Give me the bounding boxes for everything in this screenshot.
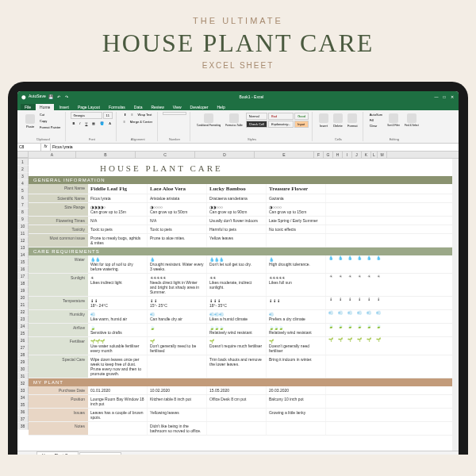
cell[interactable]: Growing a little lanky xyxy=(267,409,326,421)
icon-placeholder[interactable]: 🍃 xyxy=(355,324,364,336)
row-header-9[interactable]: 9 xyxy=(17,216,29,223)
cell[interactable]: 🌱🌱🌱Use water soluable fertiliser every m… xyxy=(88,337,148,355)
clear-button[interactable]: Clear xyxy=(368,123,384,129)
col-header-I[interactable]: I xyxy=(343,152,352,158)
icon-placeholder[interactable]: ☀ xyxy=(326,274,336,296)
cell[interactable]: 20.03.2020 xyxy=(267,386,326,394)
icon-placeholder[interactable]: 🍃 xyxy=(326,324,336,336)
cell[interactable]: Ficus lyrata xyxy=(88,194,148,202)
minimize-icon[interactable]: — xyxy=(433,94,440,100)
cell[interactable] xyxy=(88,422,148,435)
cell[interactable]: 💨Can handle dry air xyxy=(148,310,207,323)
icon-placeholder[interactable]: 💨 xyxy=(355,310,364,323)
style-good[interactable]: Good xyxy=(294,113,309,120)
row-header-5[interactable]: 5 xyxy=(17,187,29,194)
cell[interactable]: Trim back shoots and remove the lower le… xyxy=(207,355,267,378)
save-icon[interactable]: 💾 xyxy=(48,94,54,100)
cell[interactable]: Lucky Bamboo xyxy=(207,184,267,194)
font-size-select[interactable]: 11 xyxy=(103,112,113,119)
col-header-J[interactable]: J xyxy=(352,152,362,158)
row-header-27[interactable]: 27 xyxy=(17,344,29,351)
cell[interactable]: 🌱Doesn't generally need fertiliser xyxy=(267,337,326,355)
icon-placeholder[interactable]: ☀ xyxy=(355,274,364,296)
cell[interactable] xyxy=(148,355,207,378)
bold-button[interactable]: B xyxy=(71,121,76,126)
cell[interactable]: Office Desk 8 cm pot xyxy=(207,395,267,408)
col-header-G[interactable]: G xyxy=(324,152,333,158)
underline-button[interactable]: U xyxy=(83,121,89,126)
cell[interactable]: 💨Prefers a dry climate xyxy=(267,310,326,323)
cell[interactable]: Bring it indoors in winter. xyxy=(267,355,326,378)
redo-icon[interactable]: ↷ xyxy=(63,94,70,100)
row-header-36[interactable]: 36 xyxy=(17,409,29,416)
cell[interactable]: ◑◑◑◑○Can grow up to 15m xyxy=(88,203,148,216)
cell[interactable]: 🍃🍃🍃Relatively wind resistant xyxy=(207,324,267,336)
conditional-formatting-button[interactable]: Conditional Formatting xyxy=(195,112,222,129)
cell[interactable]: Dracaena sanderiana xyxy=(207,194,267,202)
row-header-37[interactable]: 37 xyxy=(17,416,29,423)
ribbon-tab-review[interactable]: Review xyxy=(147,104,167,110)
cell[interactable]: 15.05.2020 xyxy=(207,386,267,394)
cell[interactable]: 💧Drought resistant. Water every 3 weeks. xyxy=(148,255,207,273)
paste-button[interactable]: Paste xyxy=(24,113,36,130)
border-button[interactable]: ▦ xyxy=(90,121,97,126)
cell[interactable]: Fiddle Leaf Fig xyxy=(88,184,148,194)
row-header-23[interactable]: 23 xyxy=(17,316,29,323)
col-header-K[interactable]: K xyxy=(362,152,371,158)
grid[interactable]: HOUSE PLANT CAREGENERAL INFORMATIONPlant… xyxy=(29,159,452,451)
row-header-17[interactable]: 17 xyxy=(17,273,29,280)
icon-placeholder[interactable]: 🌱 xyxy=(345,337,355,355)
row-header-14[interactable]: 14 xyxy=(17,251,29,259)
cell[interactable]: Balcony 10 inch pot xyxy=(267,395,326,408)
number-format-select[interactable] xyxy=(163,112,186,115)
copy-button[interactable]: Copy xyxy=(38,118,62,124)
cell[interactable]: Harmful to pets xyxy=(207,225,267,233)
row-header-30[interactable]: 30 xyxy=(17,366,29,373)
row-header-29[interactable]: 29 xyxy=(17,359,29,366)
cell[interactable]: Yellowing leaves xyxy=(148,409,207,421)
cell[interactable]: 🍃Sensitive to drafts xyxy=(88,324,148,336)
row-header-21[interactable]: 21 xyxy=(17,301,29,309)
row-header-35[interactable]: 35 xyxy=(17,401,29,409)
col-header-F[interactable]: F xyxy=(314,152,324,158)
row-header-32[interactable]: 32 xyxy=(17,380,29,387)
icon-placeholder[interactable]: ☀ xyxy=(336,274,345,296)
icon-placeholder[interactable]: 🍃 xyxy=(374,324,383,336)
icon-placeholder[interactable]: 💨 xyxy=(345,310,355,323)
ribbon-tab-page-layout[interactable]: Page Layout xyxy=(74,104,104,110)
cell[interactable]: Lace Aloe Vera xyxy=(148,184,207,194)
row-header-10[interactable]: 10 xyxy=(17,223,29,230)
sheet-nav-next[interactable]: ▶ xyxy=(33,454,36,455)
icon-placeholder[interactable]: 🍃 xyxy=(336,324,345,336)
cell[interactable]: 🍃🍃🍃Relatively wind resistant xyxy=(267,324,326,336)
select-all-corner[interactable] xyxy=(17,152,29,158)
cell[interactable]: ◑◑○○○Can grow up to 90cm xyxy=(207,203,267,216)
row-header-20[interactable]: 20 xyxy=(17,294,29,301)
row-header-2[interactable]: 2 xyxy=(17,166,29,173)
cell[interactable]: Gazania xyxy=(267,194,326,202)
row-header-15[interactable]: 15 xyxy=(17,259,29,266)
style-bad[interactable]: Bad xyxy=(268,113,294,120)
col-header-D[interactable]: D xyxy=(195,152,255,158)
italic-button[interactable]: I xyxy=(78,121,82,126)
icon-placeholder[interactable]: 💧 xyxy=(345,255,355,273)
icon-placeholder[interactable]: 💧 xyxy=(364,255,374,273)
sort-filter-button[interactable]: Sort & Filter xyxy=(386,112,401,129)
cell[interactable]: ☀☀Likes moderate, indirect sunlight. xyxy=(207,274,267,296)
cell[interactable] xyxy=(267,234,326,247)
icon-placeholder[interactable]: 💨 xyxy=(364,310,374,323)
formula-input[interactable]: Ficus lyrata xyxy=(51,144,459,151)
cell[interactable]: ☀☀☀☀☀Needs direct light in Winter and br… xyxy=(148,274,207,296)
cell[interactable] xyxy=(207,409,267,421)
cell[interactable]: Didn't like being in the bathroom so mov… xyxy=(148,422,207,435)
cut-button[interactable]: Cut xyxy=(38,112,62,117)
ribbon-tab-developer[interactable]: Developer xyxy=(186,104,213,110)
row-header-28[interactable]: 28 xyxy=(17,351,29,359)
cell[interactable]: Prone to mealy bugs, aphids & mites xyxy=(88,234,148,247)
icon-placeholder[interactable]: 💧 xyxy=(355,255,364,273)
maximize-icon[interactable]: □ xyxy=(441,94,447,100)
icon-placeholder[interactable]: 🌱 xyxy=(355,337,364,355)
cell[interactable] xyxy=(207,422,267,435)
cell[interactable]: 🌡🌡🌡18°- 35°C xyxy=(207,297,267,309)
cell[interactable]: 💧💧💧Don't let soil get too dry. xyxy=(207,255,267,273)
